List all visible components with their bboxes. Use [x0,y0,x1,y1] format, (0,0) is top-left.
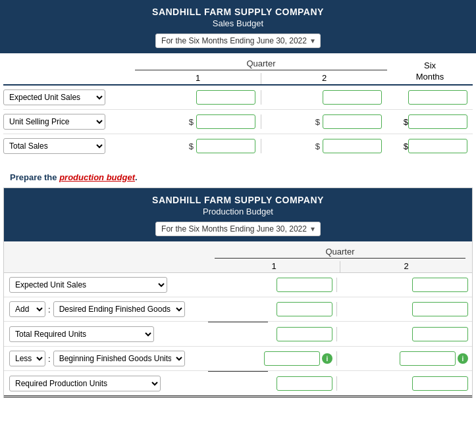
prod-req-prod-q1-input[interactable]: 55,600 [277,376,332,391]
prod-add-q2-input[interactable]: 22,400 [412,302,468,316]
sales-expected-units-label[interactable]: Expected Unit Sales [3,89,135,105]
prod-total-required-select[interactable]: Total Required Units [9,326,154,342]
prod-total-req-q1-input[interactable]: 66,000 [277,327,332,341]
sales-total-q2-cell: $ 4,008,000 [261,139,387,153]
prod-add-select[interactable]: Add [9,301,45,317]
sales-q1-header: 1 [135,73,261,84]
prod-quarter-num-row: 1 2 [208,261,472,272]
prod-total-req-q2-input[interactable]: 89,200 [412,327,468,341]
prod-less-select[interactable]: Less [9,351,45,366]
prod-eu-q2-cell: 66,800 [337,278,472,292]
sales-col-headers: Quarter 1 2 SixMonths [3,53,473,84]
sales-total-q2-dollar: $ [315,141,320,151]
production-budget-section: SANDHILL FARM SUPPLY COMPANY Production … [3,187,473,398]
sales-total-six-cell: $ 6,888,000 [387,139,473,153]
prod-req-prod-values: 55,600 71,200 [201,376,472,391]
sales-sp-values: $ 60 $ 60 [135,114,387,129]
sales-quarter-title: Quarter [135,59,387,70]
prod-budget-header: SANDHILL FARM SUPPLY COMPANY Production … [4,188,472,241]
prod-budget-title: Production Budget [14,207,462,216]
sales-budget-table: Quarter 1 2 SixMonths Expected Unit Sale… [0,53,476,164]
prod-req-prod-q1-cell: 55,600 [201,376,337,391]
sales-total-values: $ 2,880,000 $ 4,008,000 [135,139,387,153]
prod-expected-units-select[interactable]: Expected Unit Sales [9,277,167,293]
prod-add-compound: Add : Desired Ending Finished Goods Unit… [9,301,201,317]
prod-total-req-q1-cell: 66,000 [201,327,337,341]
sales-total-six-input[interactable]: 6,888,000 [408,139,467,153]
prod-quarter-header: Quarter [215,247,465,259]
prod-eu-q1-cell: 48,000 [201,278,337,292]
sales-budget-header: SANDHILL FARM SUPPLY COMPANY Sales Budge… [0,0,476,53]
prod-eu-q1-input[interactable]: 48,000 [277,278,332,292]
prod-add-ending-label[interactable]: Add : Desired Ending Finished Goods Unit… [4,301,201,317]
sales-total-q1-input[interactable]: 2,880,000 [196,139,255,153]
prod-row-total-required: Total Required Units 66,000 89,200 [4,322,472,347]
info-icon-q1[interactable]: i [322,353,332,364]
sales-total-q2-input[interactable]: 4,008,000 [323,139,382,153]
prod-required-production-select[interactable]: Required Production Units [9,376,161,391]
prod-req-prod-q2-cell: 71,200 [337,376,472,391]
prod-less-q2-input[interactable]: 18,000 [400,351,456,366]
sales-eu-q2-cell: 66,800 [261,90,387,105]
prod-add-q1-cell: 18,000 [201,302,337,316]
prod-less-q1-cell: 10,400 i [201,351,337,366]
selling-price-select[interactable]: Unit Selling Price [3,114,105,130]
production-budget-link[interactable]: production budget [59,172,135,182]
sales-eu-six-cell: 114,800 [387,90,473,105]
prod-less-q1-input[interactable]: 10,400 [264,351,320,366]
prod-quarters-wrapper: Quarter 1 2 [208,247,472,272]
sales-total-q1-cell: $ 2,880,000 [135,139,261,153]
prod-period-label: For the Six Months Ending June 30, 2022 [161,224,307,234]
sales-sp-q2-input[interactable]: 60 [323,114,382,129]
sales-selling-price-label[interactable]: Unit Selling Price [3,114,135,130]
prod-less-q2-cell: 18,000 i [337,351,472,366]
prod-add-colon: : [48,305,51,314]
prod-row-less-beginning: Less : Beginning Finished Goods Units 10… [4,347,472,371]
prod-add-q2-cell: 22,400 [337,302,472,316]
total-sales-select[interactable]: Total Sales [3,138,105,154]
prod-less-compound: Less : Beginning Finished Goods Units [9,351,201,366]
sales-sp-six-dollar: $ [404,117,408,127]
sales-sp-q1-input[interactable]: 60 [196,114,255,129]
sales-sp-six-input[interactable]: 60 [408,114,467,129]
prod-add-q1-input[interactable]: 18,000 [277,302,332,316]
prod-less-beginning-label[interactable]: Less : Beginning Finished Goods Units [4,351,201,366]
sales-eu-six-input[interactable]: 114,800 [408,90,467,105]
prod-beginning-select[interactable]: Beginning Finished Goods Units [53,351,185,366]
prod-less-values: 10,400 i 18,000 i [201,351,472,366]
prod-col-headers: Quarter 1 2 [4,241,472,273]
sales-total-six-dollar: $ [404,141,408,151]
chevron-down-icon: ▾ [311,36,315,45]
sales-row-selling-price: Unit Selling Price $ 60 $ 60 $ 60 [3,110,473,134]
sales-sp-q1-cell: $ 60 [135,114,261,129]
prod-total-req-values: 66,000 89,200 [201,327,472,341]
sales-sp-q1-dollar: $ [189,117,194,127]
prod-required-prod-label[interactable]: Required Production Units [4,376,201,391]
sales-expected-units-values: 48,000 66,800 [135,90,387,105]
sales-period-label: For the Six Months Ending June 30, 2022 [161,36,307,45]
prod-desired-ending-select[interactable]: Desired Ending Finished Goods Units [53,301,185,317]
prod-req-prod-q2-input[interactable]: 71,200 [412,376,468,391]
sales-sp-q2-cell: $ 60 [261,114,387,129]
prod-period-dropdown[interactable]: For the Six Months Ending June 30, 2022 … [155,222,321,236]
prod-eu-values: 48,000 66,800 [201,278,472,292]
sales-row-total: Total Sales $ 2,880,000 $ 4,008,000 $ 6,… [3,134,473,158]
prod-row-expected-units: Expected Unit Sales 48,000 66,800 [4,273,472,297]
sales-sp-six-cell: $ 60 [387,114,473,129]
expected-units-select[interactable]: Expected Unit Sales [3,89,105,105]
sales-eu-q1-cell: 48,000 [135,90,261,105]
sales-company-name: SANDHILL FARM SUPPLY COMPANY [10,7,466,17]
sales-quarters-header: Quarter 1 2 [135,59,387,84]
prepare-production-text: Prepare the production budget. [0,164,476,187]
sales-budget-section: SANDHILL FARM SUPPLY COMPANY Sales Budge… [0,0,476,164]
sales-period-dropdown[interactable]: For the Six Months Ending June 30, 2022 … [155,34,321,48]
prod-eu-label[interactable]: Expected Unit Sales [4,277,201,293]
sales-total-label[interactable]: Total Sales [3,138,135,154]
prod-eu-q2-input[interactable]: 66,800 [412,278,468,292]
prod-q1-num: 1 [208,261,340,272]
sales-eu-q2-input[interactable]: 66,800 [323,90,382,105]
sales-q2-header: 2 [261,73,387,84]
prod-total-required-label[interactable]: Total Required Units [4,326,201,342]
sales-eu-q1-input[interactable]: 48,000 [196,90,255,105]
info-icon-q2[interactable]: i [458,353,468,364]
